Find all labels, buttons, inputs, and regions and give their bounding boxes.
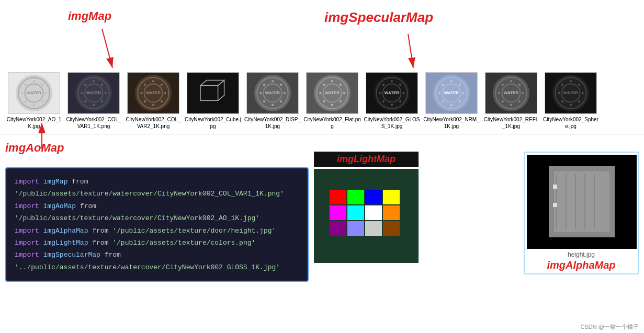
heightmap-image-wrapper bbox=[527, 155, 637, 249]
img-label-gloss: CityNewYork002_GLOSS_1K.jpg bbox=[363, 116, 421, 130]
img-label-ao: CityNewYork002_AO_1K.jpg bbox=[5, 116, 63, 130]
varname-5: imgSpecularMap bbox=[43, 251, 105, 259]
thumbnail-flat bbox=[307, 73, 358, 113]
code-line-4: import imgLightMap from '/public/assets/… bbox=[15, 237, 299, 249]
img-item-nrm[interactable]: CityNewYork002_NRM_1K.jpg bbox=[423, 72, 480, 130]
thumbnail-col1 bbox=[68, 73, 119, 113]
image-strip: CityNewYork002_AO_1K.jpg CityNewYork002_… bbox=[0, 68, 644, 134]
lightmap-container: imgLightMap bbox=[314, 152, 419, 263]
img-item-cube[interactable]: CityNewYork002_Cube.jpg bbox=[184, 72, 242, 130]
thumbnail-sphere bbox=[545, 73, 596, 113]
svg-line-0 bbox=[102, 29, 112, 68]
keyword-5: import bbox=[15, 251, 39, 259]
thumbnail-refl bbox=[485, 73, 537, 113]
keyword-1: import bbox=[15, 178, 39, 186]
keyword-2: import bbox=[15, 202, 39, 210]
img-item-col1[interactable]: CityNewYork002_COL_VAR1_1K.png bbox=[65, 72, 122, 130]
from-4: from bbox=[92, 239, 112, 247]
thumbnail-ao bbox=[8, 73, 60, 113]
imgaomap-annotation: imgAoMap bbox=[5, 141, 64, 155]
img-label-col2: CityNewYork002_COL_VAR2_1K.png bbox=[125, 116, 182, 130]
img-label-cube: CityNewYork002_Cube.jpg bbox=[184, 116, 242, 130]
img-label-col1: CityNewYork002_COL_VAR1_1K.png bbox=[65, 116, 122, 130]
varname-4: imgLightMap bbox=[43, 239, 93, 247]
img-label-nrm: CityNewYork002_NRM_1K.jpg bbox=[423, 116, 480, 130]
heightmap-container: height.jpg imgAlphaMap bbox=[524, 152, 639, 274]
img-label-refl: CityNewYork002_REFL_1K.jpg bbox=[482, 116, 540, 130]
imgaomap-label: imgAoMap bbox=[5, 141, 64, 154]
thumbnail-cube bbox=[187, 73, 239, 113]
img-item-refl[interactable]: CityNewYork002_REFL_1K.jpg bbox=[482, 72, 540, 130]
heightmap-filename: height.jpg bbox=[527, 251, 636, 258]
thumbnail-nrm bbox=[426, 73, 477, 113]
code-line-2: import imgAoMap from '/public/assets/tex… bbox=[15, 200, 299, 225]
imgspecular-annotation: imgSpecularMap bbox=[324, 9, 433, 26]
img-label-sphere: CityNewYork002_Sphere.jpg bbox=[542, 116, 600, 130]
lightmap-image bbox=[314, 169, 419, 263]
from-5: from bbox=[105, 251, 121, 259]
svg-line-1 bbox=[408, 34, 413, 68]
img-item-flat[interactable]: CityNewYork002_Flat.png bbox=[303, 72, 361, 130]
thumbnail-gloss bbox=[366, 73, 417, 113]
from-3: from bbox=[92, 227, 112, 235]
imgmap-label: imgMap bbox=[68, 9, 111, 22]
varname-2: imgAoMap bbox=[43, 202, 80, 210]
imgmap-annotation: imgMap bbox=[68, 9, 111, 23]
alphamap-label: imgAlphaMap bbox=[527, 259, 636, 271]
img-item-disp[interactable]: CityNewYork002_DISP_1K.jpg bbox=[244, 72, 301, 130]
img-item-ao[interactable]: CityNewYork002_AO_1K.jpg bbox=[5, 72, 63, 130]
img-label-flat: CityNewYork002_Flat.png bbox=[303, 116, 361, 130]
code-block: import imgMap from '/public/assets/textu… bbox=[5, 167, 309, 282]
string-3: '/public/assets/texture/door/height.jpg' bbox=[112, 227, 276, 235]
from-2: from bbox=[80, 202, 96, 210]
imgspecular-label: imgSpecularMap bbox=[324, 9, 433, 25]
code-line-3: import imgAlphaMap from '/public/assets/… bbox=[15, 225, 299, 237]
code-line-1: import imgMap from '/public/assets/textu… bbox=[15, 176, 299, 200]
lightmap-label: imgLightMap bbox=[314, 152, 419, 167]
watermark: CSDN @一嘴一个橘子 bbox=[581, 323, 639, 331]
varname-3: imgAlphaMap bbox=[43, 227, 93, 235]
string-4: '/public/assets/texture/colors.png' bbox=[112, 239, 255, 247]
keyword-3: import bbox=[15, 227, 39, 235]
string-5: '../public/assets/texture/watercover/Cit… bbox=[15, 263, 280, 271]
img-item-col2[interactable]: CityNewYork002_COL_VAR2_1K.png bbox=[125, 72, 182, 130]
img-label-disp: CityNewYork002_DISP_1K.jpg bbox=[244, 116, 301, 130]
img-item-gloss[interactable]: CityNewYork002_GLOSS_1K.jpg bbox=[363, 72, 421, 130]
varname-1: imgMap bbox=[43, 178, 72, 186]
thumbnail-col2 bbox=[128, 73, 179, 113]
string-2: '/public/assets/texture/watercover/CityN… bbox=[15, 214, 259, 222]
code-line-5: import imgSpecularMap from '../public/as… bbox=[15, 249, 299, 273]
img-item-sphere[interactable]: CityNewYork002_Sphere.jpg bbox=[542, 72, 600, 130]
string-1: '/public/assets/texture/watercover/CityN… bbox=[15, 190, 284, 198]
heightmap-image bbox=[528, 156, 636, 248]
from-1: from bbox=[72, 178, 88, 186]
keyword-4: import bbox=[15, 239, 39, 247]
thumbnail-disp bbox=[247, 73, 298, 113]
